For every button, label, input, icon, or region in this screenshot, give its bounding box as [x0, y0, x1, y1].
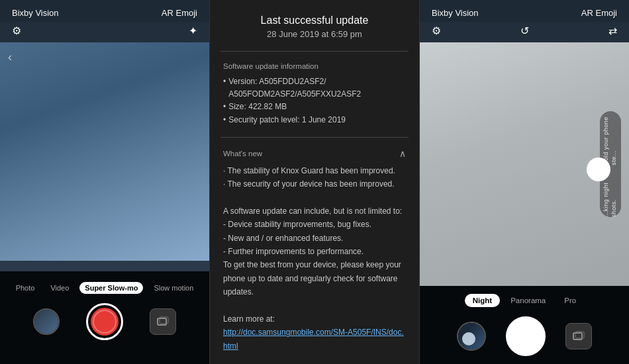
- right-thumbnail[interactable]: [457, 322, 486, 351]
- performance-text: - Further improvements to performance.: [223, 247, 363, 256]
- right-header: Bixby Vision AR Emoji: [420, 0, 629, 22]
- right-gallery-icon[interactable]: [565, 323, 592, 349]
- left-bixby-vision-label: Bixby Vision: [12, 8, 59, 18]
- slow-motion-tab[interactable]: Slow motion: [148, 282, 199, 294]
- right-mode-tabs: Night Panorama Pro: [425, 294, 624, 307]
- left-phone-panel: Bixby Vision AR Emoji ⚙ ✦ ‹ Photo Video …: [0, 0, 209, 364]
- right-bixby-vision-label: Bixby Vision: [432, 8, 479, 18]
- version-text: Version: A505FDDU2ASF2/A505FODM2ASF2/A50…: [228, 75, 361, 101]
- security-text: Security patch level: 1 June 2019: [228, 114, 346, 126]
- update-include-text: A software update can include, but is no…: [223, 206, 402, 216]
- size-text: Size: 422.82 MB: [228, 101, 287, 113]
- bullet-3: •: [223, 114, 226, 126]
- right-settings-icon[interactable]: ⚙: [432, 24, 441, 37]
- update-title: Last successful update: [223, 15, 406, 26]
- moon-icon: [462, 332, 475, 345]
- bullet-1: •: [223, 75, 226, 101]
- left-bottom-controls: Photo Video Super Slow-mo Slow motion: [0, 271, 209, 364]
- security-patch-info: • Security patch level: 1 June 2019: [223, 114, 406, 126]
- left-icons-row: ⚙ ✦: [0, 22, 209, 42]
- photo-mode-tab[interactable]: Photo: [11, 282, 40, 294]
- night-mode-circle-indicator: [587, 158, 610, 181]
- settings-icon[interactable]: ⚙: [12, 24, 21, 37]
- super-slow-mo-tab[interactable]: Super Slow-mo: [79, 282, 143, 294]
- bullet-2: •: [223, 101, 226, 113]
- left-thumbnail[interactable]: [33, 308, 60, 335]
- divider-2: [220, 137, 409, 138]
- left-shutter-row: [0, 299, 209, 344]
- panorama-mode-tab[interactable]: Panorama: [503, 294, 554, 307]
- middle-panel: Last successful update 28 June 2019 at 6…: [209, 0, 420, 364]
- right-bottom-controls: Night Panorama Pro: [420, 286, 629, 364]
- right-shutter-button[interactable]: [506, 316, 546, 356]
- back-arrow-icon[interactable]: ‹: [8, 50, 12, 64]
- night-mode-tab[interactable]: Night: [465, 294, 500, 307]
- right-thumb-img: [458, 323, 485, 349]
- right-icons-row: ⚙ ↺ ⇄: [420, 22, 629, 42]
- keep-updated-text: To get the best from your device, please…: [223, 260, 401, 296]
- whats-new-content: · The stability of Knox Guard has been i…: [210, 161, 419, 361]
- video-mode-tab[interactable]: Video: [45, 282, 74, 294]
- version-info: • Version: A505FDDU2ASF2/A505FODM2ASF2/A…: [223, 75, 406, 101]
- security-device-text: · The security of your device has been i…: [223, 179, 395, 189]
- pro-mode-tab[interactable]: Pro: [556, 294, 584, 307]
- right-flip-icon[interactable]: ⇄: [608, 24, 617, 37]
- bug-fixes-text: - Device stability improvements, bug fix…: [223, 220, 371, 229]
- learn-more-text: Learn more at:: [223, 314, 275, 324]
- update-date: 28 June 2019 at 6:59 pm: [223, 29, 406, 39]
- left-header: Bixby Vision AR Emoji: [0, 0, 209, 22]
- right-rotate-icon[interactable]: ↺: [520, 24, 529, 37]
- ar-icon[interactable]: ✦: [189, 24, 197, 37]
- right-phone-panel: Bixby Vision AR Emoji ⚙ ↺ ⇄ Hold your ph…: [420, 0, 629, 364]
- left-shutter-button[interactable]: [86, 303, 123, 340]
- knox-guard-text: · The stability of Knox Guard has been i…: [223, 166, 395, 175]
- update-header: Last successful update 28 June 2019 at 6…: [210, 0, 419, 46]
- night-hint-text1: Hold your phone ste...: [603, 111, 618, 165]
- right-camera-viewfinder: Hold your phone ste... ...king night sho…: [420, 42, 629, 286]
- whats-new-header: What's new ∧: [210, 143, 419, 161]
- right-ar-emoji-label: AR Emoji: [581, 8, 617, 18]
- software-info-section: Software update information • Version: A…: [210, 57, 419, 132]
- left-gallery-icon[interactable]: [150, 308, 176, 335]
- size-info: • Size: 422.82 MB: [223, 101, 406, 113]
- chevron-up-icon[interactable]: ∧: [399, 148, 406, 159]
- features-text: - New and / or enhanced features.: [223, 234, 343, 243]
- left-camera-viewfinder: ‹: [0, 42, 209, 261]
- right-shutter-row: [425, 316, 624, 356]
- learn-more-link[interactable]: http://doc.samsungmobile.com/SM-A505F/IN…: [223, 328, 404, 350]
- software-info-label: Software update information: [223, 62, 406, 70]
- shutter-inner-red: [91, 308, 119, 336]
- whats-new-label: What's new: [223, 150, 262, 158]
- left-mode-tabs: Photo Video Super Slow-mo Slow motion: [0, 271, 209, 299]
- divider-1: [220, 51, 409, 52]
- left-ar-emoji-label: AR Emoji: [162, 8, 197, 18]
